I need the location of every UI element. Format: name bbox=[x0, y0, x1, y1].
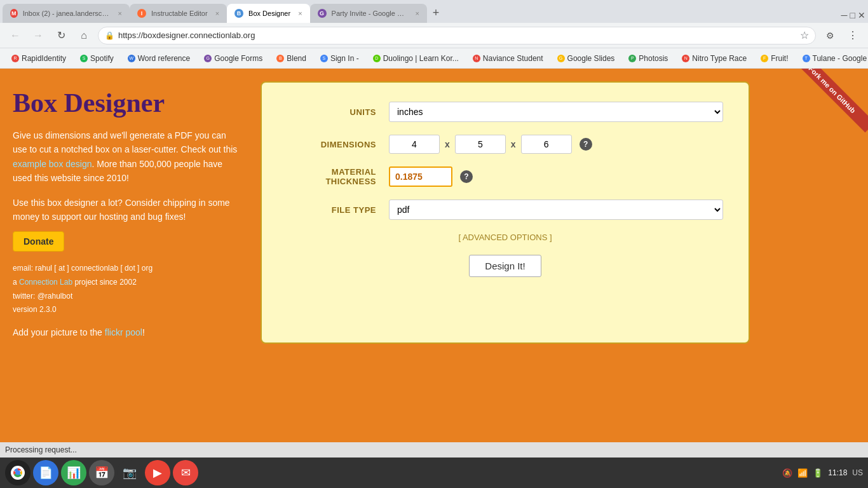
svg-point-1 bbox=[15, 470, 20, 475]
dimension-y-input[interactable] bbox=[455, 135, 506, 154]
advanced-options-toggle[interactable]: [ ADVANCED OPTIONS ] bbox=[287, 233, 723, 242]
taskbar-sheets-icon[interactable]: 📊 bbox=[61, 460, 86, 485]
favicon-gslides: G bbox=[557, 55, 565, 62]
bookmark-nitro[interactable]: N Nitro Type Race bbox=[677, 53, 752, 64]
dimension-x-input[interactable] bbox=[389, 135, 440, 154]
wifi-icon: 📶 bbox=[797, 468, 808, 478]
bookmark-label-blend: Blend bbox=[287, 54, 306, 63]
address-bar[interactable]: 🔒 https://boxdesigner.connectionlab.org … bbox=[98, 27, 816, 44]
example-box-link[interactable]: example box design bbox=[13, 159, 92, 169]
taskbar-gmail-icon[interactable]: ✉ bbox=[173, 460, 198, 485]
bookmark-tulane[interactable]: T Tulane - Google Sea... bbox=[797, 53, 868, 64]
tab-instructable[interactable]: I Instructable Editor × bbox=[130, 4, 227, 23]
advanced-bracket-open: [ bbox=[458, 233, 461, 242]
connection-link[interactable]: Connection Lab bbox=[19, 278, 72, 287]
bookmark-spotify[interactable]: S Spotify bbox=[75, 53, 119, 64]
menu-button[interactable]: ⋮ bbox=[844, 27, 862, 44]
connection-post: project since 2002 bbox=[72, 278, 137, 287]
reload-button[interactable]: ↻ bbox=[52, 27, 70, 44]
bookmark-duolingo[interactable]: D Duolingo | Learn Kor... bbox=[368, 53, 464, 64]
dimensions-control: x x ? bbox=[389, 135, 723, 154]
forward-button[interactable]: → bbox=[29, 27, 47, 44]
units-label: UNITS bbox=[287, 107, 389, 117]
bookmark-star-icon[interactable]: ☆ bbox=[800, 29, 809, 41]
material-row: MATERIAL THICKNESS ? bbox=[287, 166, 723, 187]
tab-close-gmail[interactable]: × bbox=[118, 10, 122, 17]
advanced-options-label: ADVANCED OPTIONS bbox=[463, 233, 547, 242]
bookmark-naviance[interactable]: N Naviance Student bbox=[468, 53, 548, 64]
bookmark-signin[interactable]: S Sign In - bbox=[315, 53, 364, 64]
design-it-button[interactable]: Design It! bbox=[469, 255, 541, 277]
connection-pre: a bbox=[13, 278, 19, 287]
flickr-link[interactable]: flickr pool bbox=[105, 327, 142, 337]
bookmark-gslides[interactable]: G Google Slides bbox=[552, 53, 620, 64]
tab-gmail[interactable]: M Inbox (2) - janea.landersc5@stu... × bbox=[3, 4, 130, 23]
app-title: Box Designer bbox=[13, 88, 241, 118]
dimension-z-input[interactable] bbox=[521, 135, 572, 154]
minimize-button[interactable]: ─ bbox=[841, 10, 848, 20]
donate-description: Use this box designer a lot? Consider ch… bbox=[13, 196, 241, 224]
form-panel: UNITS inches mm cm DIMENSIONS bbox=[261, 81, 750, 344]
tab-boxdesigner[interactable]: B Box Designer × bbox=[227, 4, 309, 23]
connection-line: a Connection Lab project since 2002 bbox=[13, 276, 241, 290]
tab-label-party: Party Invite - Google Forms bbox=[332, 10, 408, 17]
donate-button[interactable]: Donate bbox=[13, 231, 64, 252]
taskbar-youtube-icon[interactable]: ▶ bbox=[145, 460, 170, 485]
tab-label-instructable: Instructable Editor bbox=[151, 10, 208, 17]
units-select[interactable]: inches mm cm bbox=[389, 102, 723, 122]
tab-favicon-party: G bbox=[318, 9, 327, 18]
bookmark-label-photosis: Photosis bbox=[639, 54, 668, 63]
favicon-fruit: F bbox=[761, 55, 768, 62]
new-tab-button[interactable]: + bbox=[427, 4, 445, 22]
tab-favicon-instructable: I bbox=[137, 9, 146, 18]
design-btn-row: Design It! bbox=[287, 255, 723, 277]
bookmark-label-gforms: Google Forms bbox=[214, 54, 262, 63]
flickr-post: ! bbox=[142, 327, 145, 337]
tab-close-boxdesigner[interactable]: × bbox=[298, 10, 302, 17]
favicon-nitro: N bbox=[682, 55, 689, 62]
bookmark-wordref[interactable]: W Word reference bbox=[123, 53, 195, 64]
bookmark-photosis[interactable]: P Photosis bbox=[623, 53, 673, 64]
processing-status-bar: Processing request... bbox=[0, 442, 868, 458]
units-control: inches mm cm bbox=[389, 102, 723, 122]
bookmark-gforms[interactable]: G Google Forms bbox=[199, 53, 268, 64]
taskbar-camera-icon[interactable]: 📷 bbox=[117, 460, 142, 485]
advanced-bracket-close: ] bbox=[550, 233, 552, 242]
close-button[interactable]: ✕ bbox=[858, 10, 865, 20]
version-line: version 2.3.0 bbox=[13, 303, 241, 317]
taskbar-docs-icon[interactable]: 📄 bbox=[33, 460, 58, 485]
twitter-line: twitter: @rahulbot bbox=[13, 290, 241, 304]
taskbar-calendar-icon[interactable]: 📅 bbox=[89, 460, 114, 485]
taskbar-right: 🔕 📶 🔋 11:18 US bbox=[782, 468, 863, 478]
gmail-icon: ✉ bbox=[181, 466, 191, 480]
bookmark-label-nitro: Nitro Type Race bbox=[692, 54, 747, 63]
tab-party[interactable]: G Party Invite - Google Forms × bbox=[310, 4, 427, 23]
material-thickness-input[interactable] bbox=[389, 166, 452, 187]
donate-section: Donate bbox=[13, 231, 241, 252]
flickr-section: Add your picture to the flickr pool! bbox=[13, 327, 241, 337]
docs-icon: 📄 bbox=[39, 466, 53, 480]
fork-ribbon[interactable]: Fork me on GitHub bbox=[798, 69, 868, 139]
maximize-button[interactable]: □ bbox=[850, 10, 855, 20]
nav-bar: ← → ↻ ⌂ 🔒 https://boxdesigner.connection… bbox=[0, 23, 868, 48]
tab-close-party[interactable]: × bbox=[416, 10, 419, 17]
thickness-help-icon[interactable]: ? bbox=[460, 170, 473, 183]
bookmark-label-naviance: Naviance Student bbox=[483, 54, 543, 63]
app-description: Give us dimensions and we'll generate a … bbox=[13, 128, 241, 186]
bookmark-label-fruit: Fruit! bbox=[771, 54, 788, 63]
bookmark-label-wordref: Word reference bbox=[138, 54, 190, 63]
extensions-button[interactable]: ⚙ bbox=[821, 27, 839, 44]
dimensions-help-icon[interactable]: ? bbox=[580, 138, 592, 151]
back-button[interactable]: ← bbox=[6, 27, 24, 44]
bookmark-rapididentity[interactable]: R RapidIdentity bbox=[6, 53, 71, 64]
youtube-icon: ▶ bbox=[153, 466, 162, 480]
bookmark-fruit[interactable]: F Fruit! bbox=[756, 53, 793, 64]
fork-ribbon-label: Fork me on GitHub bbox=[798, 69, 868, 133]
mute-icon: 🔕 bbox=[782, 468, 792, 478]
bookmark-blend[interactable]: B Blend bbox=[271, 53, 311, 64]
page-content: Fork me on GitHub Box Designer Give us d… bbox=[0, 69, 868, 442]
tab-close-instructable[interactable]: × bbox=[215, 10, 219, 17]
taskbar-chrome-icon[interactable] bbox=[5, 460, 31, 485]
filetype-select[interactable]: pdf svg dxf bbox=[389, 200, 723, 220]
home-button[interactable]: ⌂ bbox=[75, 27, 93, 44]
